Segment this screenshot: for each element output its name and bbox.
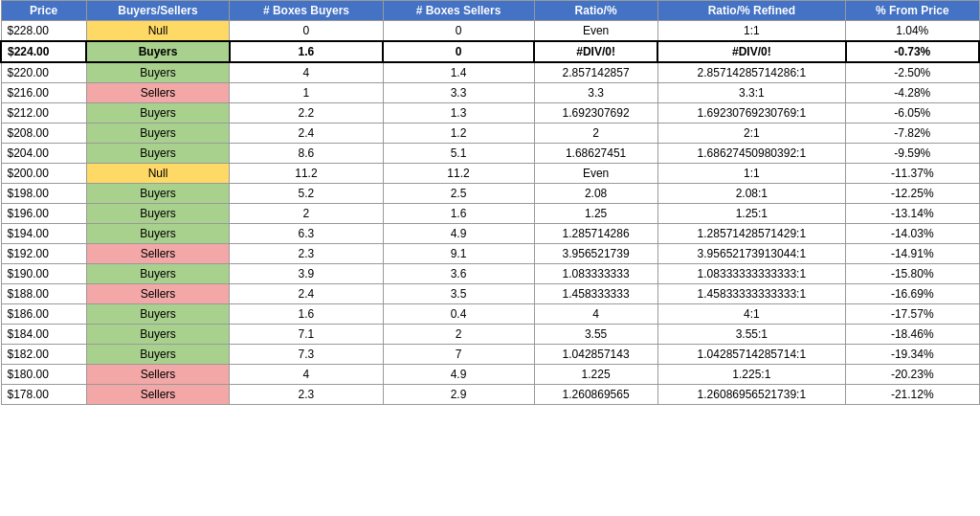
cell-ratio: 1.225 [534, 365, 657, 385]
cell-boxes-sell: 11.2 [383, 164, 534, 184]
cell-boxes-buy: 4 [230, 365, 383, 385]
cell-boxes-sell: 0.4 [383, 304, 534, 325]
cell-boxes-sell: 9.1 [383, 244, 534, 264]
cell-boxes-buy: 2.2 [230, 103, 383, 123]
table-row: $204.00Buyers8.65.11.686274511.686274509… [1, 144, 979, 164]
cell-bs: Buyers [86, 123, 230, 144]
cell-boxes-sell: 3.6 [383, 264, 534, 284]
cell-boxes-buy: 6.3 [230, 224, 383, 244]
cell-price: $212.00 [1, 103, 86, 123]
cell-bs: Sellers [86, 244, 230, 264]
cell-bs: Sellers [86, 83, 230, 103]
cell-bs: Buyers [86, 62, 230, 83]
table-row: $208.00Buyers2.41.222:1-7.82% [1, 123, 979, 144]
cell-bs: Sellers [86, 385, 230, 405]
cell-bs: Buyers [86, 103, 230, 123]
cell-bs: Sellers [86, 365, 230, 385]
table-row: $188.00Sellers2.43.51.4583333331.4583333… [1, 284, 979, 304]
cell-boxes-buy: 4 [230, 62, 383, 83]
main-table: PriceBuyers/Sellers# Boxes Buyers# Boxes… [0, 0, 980, 405]
col-header-3: # Boxes Sellers [383, 1, 534, 21]
cell-price: $188.00 [1, 284, 86, 304]
cell-price: $190.00 [1, 264, 86, 284]
cell-price: $180.00 [1, 365, 86, 385]
cell-bs: Buyers [86, 304, 230, 325]
cell-price: $208.00 [1, 123, 86, 144]
cell-boxes-buy: 2 [230, 204, 383, 224]
table-row: $178.00Sellers2.32.91.2608695651.2608695… [1, 385, 979, 405]
cell-bs: Buyers [86, 264, 230, 284]
cell-from-price: -14.91% [846, 244, 979, 264]
cell-from-price: -17.57% [846, 304, 979, 325]
cell-ratio-refined: 1:1 [657, 164, 845, 184]
cell-ratio-refined: 1.26086956521739:1 [657, 385, 845, 405]
cell-ratio-refined: 1.225:1 [657, 365, 845, 385]
cell-price: $228.00 [1, 21, 86, 42]
cell-boxes-sell: 1.3 [383, 103, 534, 123]
cell-boxes-buy: 2.4 [230, 284, 383, 304]
table-row: $182.00Buyers7.371.0428571431.0428571428… [1, 345, 979, 365]
cell-ratio: Even [534, 21, 657, 42]
cell-boxes-sell: 1.4 [383, 62, 534, 83]
cell-ratio: 1.285714286 [534, 224, 657, 244]
cell-ratio-refined: 1.04285714285714:1 [657, 345, 845, 365]
table-row: $216.00Sellers13.33.33.3:1-4.28% [1, 83, 979, 103]
table-row: $228.00Null00Even1:11.04% [1, 21, 979, 42]
cell-bs: Null [86, 21, 230, 42]
cell-ratio-refined: 1.25:1 [657, 204, 845, 224]
col-header-2: # Boxes Buyers [230, 1, 383, 21]
col-header-6: % From Price [846, 1, 979, 21]
cell-boxes-buy: 7.3 [230, 345, 383, 365]
cell-boxes-buy: 1.6 [230, 304, 383, 325]
cell-ratio-refined: 2.08:1 [657, 184, 845, 204]
col-header-4: Ratio/% [534, 1, 657, 21]
cell-from-price: -11.37% [846, 164, 979, 184]
cell-ratio: 1.083333333 [534, 264, 657, 284]
table-row: $180.00Sellers44.91.2251.225:1-20.23% [1, 365, 979, 385]
cell-boxes-sell: 2 [383, 325, 534, 345]
cell-price: $224.00 [1, 41, 86, 62]
col-header-1: Buyers/Sellers [86, 1, 230, 21]
cell-from-price: -14.03% [846, 224, 979, 244]
cell-ratio: 3.956521739 [534, 244, 657, 264]
cell-boxes-buy: 0 [230, 21, 383, 42]
cell-boxes-sell: 3.5 [383, 284, 534, 304]
cell-boxes-sell: 0 [383, 21, 534, 42]
cell-boxes-sell: 1.2 [383, 123, 534, 144]
cell-price: $204.00 [1, 144, 86, 164]
cell-from-price: -4.28% [846, 83, 979, 103]
table-row: $190.00Buyers3.93.61.0833333331.08333333… [1, 264, 979, 284]
cell-boxes-sell: 1.6 [383, 204, 534, 224]
cell-ratio-refined: 1:1 [657, 21, 845, 42]
cell-bs: Buyers [86, 184, 230, 204]
table-row: $198.00Buyers5.22.52.082.08:1-12.25% [1, 184, 979, 204]
cell-bs: Buyers [86, 41, 230, 62]
cell-ratio-refined: 1.45833333333333:1 [657, 284, 845, 304]
cell-ratio-refined: 1.08333333333333:1 [657, 264, 845, 284]
table-row: $224.00Buyers1.60#DIV/0!#DIV/0!-0.73% [1, 41, 979, 62]
cell-boxes-buy: 11.2 [230, 164, 383, 184]
cell-from-price: -19.34% [846, 345, 979, 365]
cell-ratio-refined: #DIV/0! [657, 41, 845, 62]
cell-price: $184.00 [1, 325, 86, 345]
cell-from-price: -12.25% [846, 184, 979, 204]
cell-from-price: -13.14% [846, 204, 979, 224]
cell-from-price: -18.46% [846, 325, 979, 345]
col-header-5: Ratio/% Refined [657, 1, 845, 21]
cell-bs: Buyers [86, 224, 230, 244]
cell-ratio: 1.25 [534, 204, 657, 224]
cell-ratio: 3.3 [534, 83, 657, 103]
cell-ratio: 2.857142857 [534, 62, 657, 83]
cell-boxes-sell: 5.1 [383, 144, 534, 164]
cell-from-price: -7.82% [846, 123, 979, 144]
cell-boxes-sell: 3.3 [383, 83, 534, 103]
cell-boxes-sell: 2.9 [383, 385, 534, 405]
cell-ratio: 1.260869565 [534, 385, 657, 405]
cell-ratio-refined: 1.68627450980392:1 [657, 144, 845, 164]
cell-from-price: -20.23% [846, 365, 979, 385]
cell-ratio: 2 [534, 123, 657, 144]
cell-boxes-buy: 1.6 [230, 41, 383, 62]
cell-ratio-refined: 4:1 [657, 304, 845, 325]
table-row: $196.00Buyers21.61.251.25:1-13.14% [1, 204, 979, 224]
cell-ratio-refined: 3.55:1 [657, 325, 845, 345]
